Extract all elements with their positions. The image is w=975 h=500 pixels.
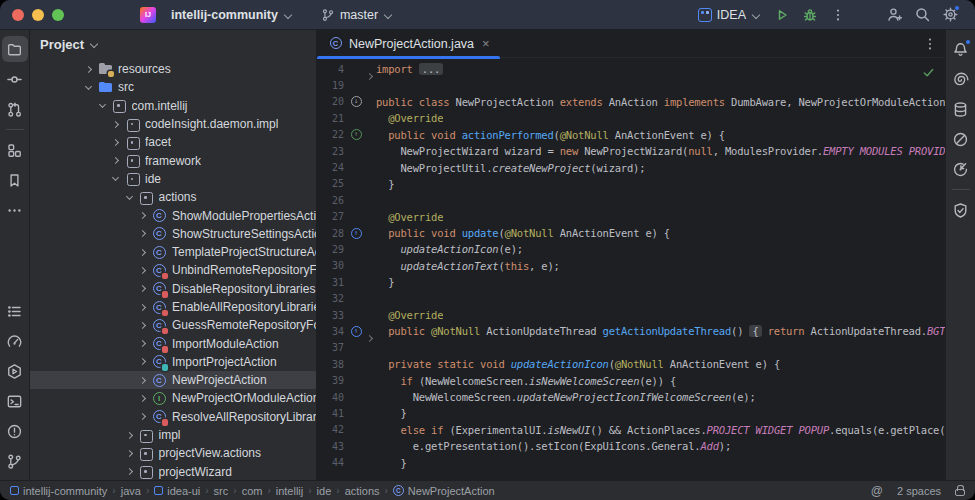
tree-item-framework[interactable]: framework <box>30 151 316 169</box>
commit-tool-button[interactable] <box>2 66 28 92</box>
minimize-window-button[interactable] <box>32 9 44 21</box>
breadcrumb-item-java[interactable]: java <box>121 485 141 497</box>
chevron-collapsed-icon[interactable] <box>123 428 137 442</box>
close-window-button[interactable] <box>12 9 24 21</box>
breadcrumb-item-intellij-community[interactable]: intellij-community <box>10 485 107 497</box>
tree-item-importmoduleaction[interactable]: CImportModuleAction <box>30 334 316 352</box>
breadcrumb-item-ide[interactable]: ide <box>317 485 332 497</box>
code-line-29[interactable]: 29 updateActionIcon(e); <box>317 241 945 257</box>
run-configuration-widget[interactable]: IDEA <box>692 6 767 24</box>
breadcrumb-item-actions[interactable]: actions <box>345 485 380 497</box>
write-lock-icon[interactable] <box>955 489 965 496</box>
project-widget[interactable]: intellij-community <box>164 5 300 25</box>
tree-item-resolveallrepositorylibraries[interactable]: CResolveAllRepositoryLibraries <box>30 408 316 426</box>
code-line-42[interactable]: 42 else if (ExperimentalUI.isNewUI() && … <box>317 422 945 438</box>
profiler-tool-button[interactable] <box>2 328 28 354</box>
pull-requests-tool-button[interactable] <box>2 96 28 122</box>
code-line-40[interactable]: 40 NewWelcomeScreen.updateNewProjectIcon… <box>317 389 945 405</box>
chevron-collapsed-icon[interactable] <box>136 410 150 424</box>
tree-item-guessremoterepositoryforexisting[interactable]: CGuessRemoteRepositoryForExisting <box>30 316 316 334</box>
ai-assistant-tool-button[interactable] <box>948 66 974 92</box>
code-line-22[interactable]: 22↑ public void actionPerformed(@NotNull… <box>317 127 945 143</box>
inspections-ok-icon[interactable] <box>922 66 935 79</box>
chevron-expanded-icon[interactable] <box>82 80 96 94</box>
chevron-expanded-icon[interactable] <box>123 190 137 204</box>
shield-check-tool-button[interactable] <box>948 197 974 223</box>
terminal-tool-button[interactable] <box>2 388 28 414</box>
chevron-collapsed-icon[interactable] <box>136 227 150 241</box>
tree-item-impl[interactable]: impl <box>30 426 316 444</box>
tree-item-enableallrepositorylibrariessharing[interactable]: CEnableAllRepositoryLibrariesSharing <box>30 298 316 316</box>
project-tool-button[interactable] <box>2 36 28 62</box>
code-line-23[interactable]: 23 NewProjectWizard wizard = new NewProj… <box>317 143 945 159</box>
code-line-39[interactable]: 39 if (NewWelcomeScreen.isNewWelcomeScre… <box>317 372 945 388</box>
code-line-34[interactable]: 34↑ public @NotNull ActionUpdateThread g… <box>317 323 945 339</box>
breadcrumb-item-src[interactable]: src <box>214 485 229 497</box>
code-editor[interactable]: 4import ...1920↓public class NewProjectA… <box>317 58 945 480</box>
tree-item-disablerepositorylibrariessharing[interactable]: CDisableRepositoryLibrariesSharing <box>30 280 316 298</box>
code-line-25[interactable]: 25 } <box>317 176 945 192</box>
tree-item-src[interactable]: src <box>30 78 316 96</box>
code-line-26[interactable]: 26 <box>317 192 945 208</box>
sign-in-tool-button[interactable] <box>948 156 974 182</box>
structure-tool-button[interactable] <box>2 137 28 163</box>
tree-item-projectview-actions[interactable]: projectView.actions <box>30 444 316 462</box>
chevron-expanded-icon[interactable] <box>109 172 123 186</box>
no-entry-tool-button[interactable] <box>948 126 974 152</box>
debug-button[interactable] <box>797 2 823 28</box>
database-tool-button[interactable] <box>948 96 974 122</box>
code-line-37[interactable]: 37 <box>317 340 945 356</box>
breadcrumb-item-idea-ui[interactable]: idea-ui <box>154 485 200 497</box>
tree-item-facet[interactable]: facet <box>30 133 316 151</box>
chevron-collapsed-icon[interactable] <box>136 337 150 351</box>
chevron-collapsed-icon[interactable] <box>109 154 123 168</box>
run-button[interactable] <box>769 2 795 28</box>
services-tool-button[interactable] <box>2 358 28 384</box>
more-tool-button[interactable] <box>2 197 28 223</box>
chevron-collapsed-icon[interactable] <box>136 391 150 405</box>
tree-item-actions[interactable]: actions <box>30 188 316 206</box>
code-line-21[interactable]: 21 @Override <box>317 110 945 126</box>
tree-item-projectwizard[interactable]: projectWizard <box>30 463 316 480</box>
chevron-collapsed-icon[interactable] <box>82 62 96 76</box>
code-line-20[interactable]: 20↓public class NewProjectAction extends… <box>317 94 945 110</box>
tree-item-unbindremoterepositoryformodule[interactable]: CUnbindRemoteRepositoryForModule <box>30 261 316 279</box>
chevron-collapsed-icon[interactable] <box>136 282 150 296</box>
tree-item-newprojectormoduleaction[interactable]: INewProjectOrModuleAction <box>30 389 316 407</box>
project-panel-header[interactable]: Project <box>30 30 316 58</box>
chevron-collapsed-icon[interactable] <box>136 373 150 387</box>
editor-tab-newprojectaction[interactable]: C NewProjectAction.java × <box>317 30 500 58</box>
chevron-expanded-icon[interactable] <box>96 99 110 113</box>
bookmarks-tool-button[interactable] <box>2 167 28 193</box>
code-with-me-button[interactable] <box>881 2 907 28</box>
todo-tool-button[interactable] <box>2 298 28 324</box>
settings-button[interactable] <box>937 2 963 28</box>
indent-indicator[interactable]: 2 spaces <box>897 485 941 497</box>
code-line-27[interactable]: 27 @Override <box>317 209 945 225</box>
chevron-collapsed-icon[interactable] <box>136 245 150 259</box>
chevron-collapsed-icon[interactable] <box>123 465 137 479</box>
code-line-28[interactable]: 28↑ public void update(@NotNull AnAction… <box>317 225 945 241</box>
search-everywhere-button[interactable] <box>909 2 935 28</box>
code-line-33[interactable]: 33 @Override <box>317 307 945 323</box>
code-line-31[interactable]: 31 } <box>317 274 945 290</box>
code-line-43[interactable]: 43 e.getPresentation().setIcon(ExpUiIcon… <box>317 438 945 454</box>
overrides-marker-icon[interactable]: ↑ <box>349 228 363 239</box>
code-line-32[interactable]: 32 <box>317 290 945 306</box>
more-actions-button[interactable] <box>825 2 851 28</box>
chevron-collapsed-icon[interactable] <box>136 355 150 369</box>
at-sign-indicator[interactable]: @ <box>871 484 883 498</box>
breadcrumb-item-com[interactable]: com <box>242 485 263 497</box>
implemented-marker-icon[interactable]: ↓ <box>349 96 363 107</box>
breadcrumb-item-newprojectaction[interactable]: CNewProjectAction <box>393 485 495 497</box>
notifications-tool-button[interactable] <box>948 36 974 62</box>
overrides-marker-icon[interactable]: ↑ <box>349 129 363 140</box>
chevron-collapsed-icon[interactable] <box>136 300 150 314</box>
tree-item-showstructuresettingsaction[interactable]: CShowStructureSettingsAction <box>30 225 316 243</box>
tree-item-importprojectaction[interactable]: CImportProjectAction <box>30 353 316 371</box>
zoom-window-button[interactable] <box>52 9 64 21</box>
code-line-41[interactable]: 41 } <box>317 405 945 421</box>
chevron-collapsed-icon[interactable] <box>136 318 150 332</box>
code-line-19[interactable]: 19 <box>317 77 945 93</box>
problems-tool-button[interactable] <box>2 418 28 444</box>
